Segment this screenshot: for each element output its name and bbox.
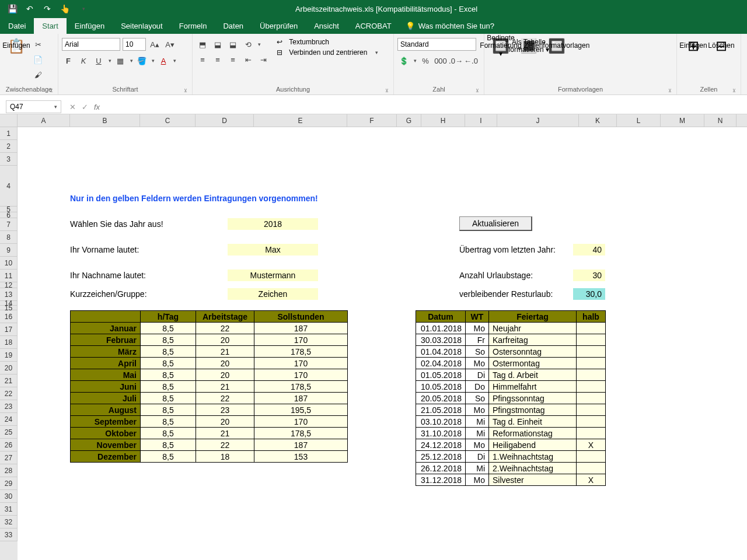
redo-icon[interactable]: ↷ — [41, 2, 54, 15]
row-header-19[interactable]: 19 — [0, 349, 18, 362]
table-row[interactable]: 30.03.2018FrKarfreitag — [416, 334, 606, 346]
table-row[interactable]: Mai8,520170 — [71, 369, 348, 381]
select-all-corner[interactable] — [0, 114, 18, 127]
row-header-33[interactable]: 33 — [0, 528, 18, 541]
table-row[interactable]: März8,521178,5 — [71, 346, 348, 358]
percent-icon[interactable]: % — [419, 54, 432, 67]
insert-cells-button[interactable]: ⊞Einfügen — [680, 36, 706, 57]
row-header-7[interactable]: 7 — [0, 218, 18, 231]
table-row[interactable]: 31.10.2018MiReformationstag — [416, 428, 606, 439]
cell-lastname[interactable]: Mustermann — [228, 270, 318, 281]
col-header-G[interactable]: G — [397, 114, 421, 127]
undo-icon[interactable]: ↶ — [23, 2, 36, 15]
cell-firstname[interactable]: Max — [228, 244, 318, 256]
align-left-icon[interactable]: ≡ — [196, 53, 209, 66]
holidays-table[interactable]: DatumWTFeiertaghalb01.01.2018MoNeujahr30… — [416, 310, 606, 486]
tab-ansicht[interactable]: Ansicht — [306, 18, 347, 34]
table-row[interactable]: Juli8,522187 — [71, 393, 348, 404]
increase-indent-icon[interactable]: ⇥ — [257, 53, 270, 66]
col-header-C[interactable]: C — [140, 114, 196, 127]
row-header-21[interactable]: 21 — [0, 374, 18, 387]
tab-seitenlayout[interactable]: Seitenlayout — [113, 18, 171, 34]
bold-button[interactable]: F — [62, 54, 75, 67]
cell-urlaub[interactable]: 30 — [573, 270, 605, 281]
font-color-icon[interactable]: A — [157, 54, 170, 67]
col-header-H[interactable]: H — [421, 114, 465, 127]
comma-style-icon[interactable]: 000 — [434, 54, 447, 67]
row-header-30[interactable]: 30 — [0, 490, 18, 503]
align-right-icon[interactable]: ≡ — [226, 53, 239, 66]
cells-area[interactable]: Nur in den gelben Feldern werden Eintrag… — [18, 127, 747, 560]
row-header-9[interactable]: 9 — [0, 244, 18, 257]
fill-color-icon[interactable]: 🪣 — [135, 54, 148, 67]
col-header-I[interactable]: I — [465, 114, 497, 127]
number-format-combo[interactable] — [397, 38, 476, 51]
paste-button[interactable]: 📋 Einfügen — [4, 36, 29, 57]
col-header-E[interactable]: E — [254, 114, 347, 127]
wrap-text-button[interactable]: ↩ Textumbruch — [277, 38, 378, 46]
table-row[interactable]: September8,520170 — [71, 416, 348, 428]
name-box[interactable]: Q47▾ — [6, 100, 61, 113]
font-size-combo[interactable] — [123, 38, 146, 51]
copy-icon[interactable]: 📄 — [32, 53, 44, 66]
touch-mode-icon[interactable]: 👆 — [58, 2, 71, 15]
table-row[interactable]: 01.04.2018SoOstersonntag — [416, 346, 606, 358]
decrease-indent-icon[interactable]: ⇤ — [242, 53, 254, 66]
orientation-icon[interactable]: ⟲ — [242, 38, 254, 51]
table-row[interactable]: April8,520170 — [71, 358, 348, 369]
tab-formeln[interactable]: Formeln — [171, 18, 215, 34]
table-row[interactable]: Januar8,522187 — [71, 323, 348, 334]
table-row[interactable]: 20.05.2018SoPfingssonntag — [416, 393, 606, 404]
shrink-font-icon[interactable]: A▾ — [163, 38, 176, 51]
table-row[interactable]: Juni8,521178,5 — [71, 381, 348, 393]
increase-decimal-icon[interactable]: .0→ — [449, 54, 462, 67]
cut-icon[interactable]: ✂ — [32, 38, 44, 51]
underline-button[interactable]: U — [92, 54, 105, 67]
row-header-23[interactable]: 23 — [0, 400, 18, 413]
table-row[interactable]: 01.01.2018MoNeujahr — [416, 323, 606, 334]
merge-center-button[interactable]: ⊟ Verbinden und zentrieren ▾ — [277, 48, 378, 57]
col-header-B[interactable]: B — [70, 114, 140, 127]
align-top-icon[interactable]: ⬒ — [196, 38, 209, 51]
col-header-M[interactable]: M — [661, 114, 704, 127]
col-header-A[interactable]: A — [18, 114, 70, 127]
table-row[interactable]: Dezember8,518153 — [71, 451, 348, 463]
row-header-12[interactable]: 12 — [0, 282, 18, 288]
borders-icon[interactable]: ▦ — [114, 54, 127, 67]
aktualisieren-button[interactable]: Aktualisieren — [459, 216, 532, 231]
spreadsheet-grid[interactable]: ABCDEFGHIJKLMN 1234567891011121314151617… — [0, 114, 747, 560]
row-header-15[interactable]: 15 — [0, 306, 18, 310]
format-painter-icon[interactable]: 🖌 — [32, 68, 44, 81]
row-header-28[interactable]: 28 — [0, 464, 18, 477]
tab-datei[interactable]: Datei — [0, 18, 34, 34]
table-row[interactable]: 03.10.2018MiTag d. Einheit — [416, 416, 606, 428]
row-header-10[interactable]: 10 — [0, 257, 18, 270]
tab-acrobat[interactable]: ACROBAT — [347, 18, 400, 34]
align-middle-icon[interactable]: ⬓ — [211, 38, 224, 51]
decrease-decimal-icon[interactable]: ←.0 — [465, 54, 477, 67]
row-header-3[interactable]: 3 — [0, 153, 18, 166]
save-icon[interactable]: 💾 — [6, 2, 19, 15]
row-header-17[interactable]: 17 — [0, 323, 18, 336]
enter-icon[interactable]: ✓ — [82, 103, 88, 111]
col-header-L[interactable]: L — [617, 114, 661, 127]
col-header-N[interactable]: N — [704, 114, 736, 127]
row-header-29[interactable]: 29 — [0, 477, 18, 490]
align-center-icon[interactable]: ≡ — [211, 53, 224, 66]
table-row[interactable]: 21.05.2018MoPfingstmontag — [416, 404, 606, 416]
row-header-25[interactable]: 25 — [0, 426, 18, 439]
table-row[interactable]: 02.04.2018MoOstermontag — [416, 358, 606, 369]
accounting-format-icon[interactable]: 💲 — [397, 54, 410, 67]
align-bottom-icon[interactable]: ⬓ — [226, 38, 239, 51]
row-header-18[interactable]: 18 — [0, 336, 18, 349]
row-header-4[interactable]: 4 — [0, 166, 18, 206]
table-row[interactable]: 01.05.2018DiTag d. Arbeit — [416, 369, 606, 381]
row-header-8[interactable]: 8 — [0, 231, 18, 244]
formula-input[interactable] — [113, 100, 747, 113]
grow-font-icon[interactable]: A▴ — [148, 38, 161, 51]
tab-start[interactable]: Start — [34, 18, 66, 34]
table-row[interactable]: 24.12.2018MoHeiligabendX — [416, 439, 606, 451]
row-header-26[interactable]: 26 — [0, 439, 18, 452]
col-header-D[interactable]: D — [196, 114, 254, 127]
row-header-24[interactable]: 24 — [0, 413, 18, 426]
